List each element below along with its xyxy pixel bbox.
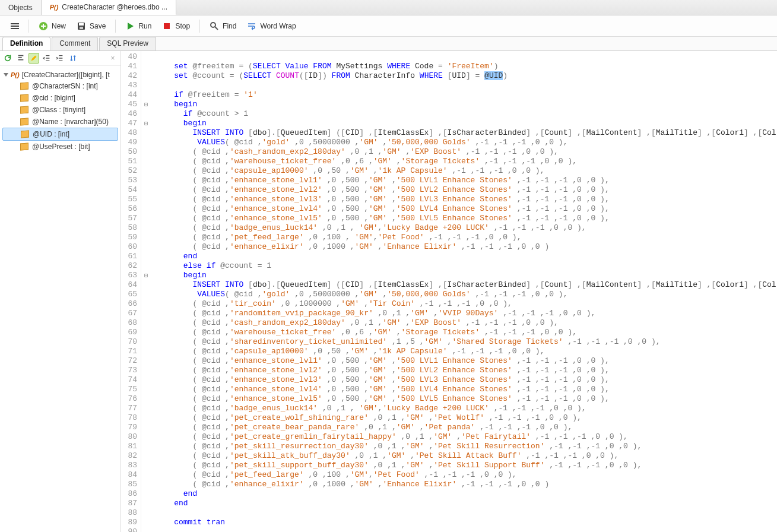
param-label: @CharacterSN : [int] xyxy=(32,82,98,90)
stop-icon xyxy=(162,21,172,31)
subtab-label: SQL Preview xyxy=(107,39,148,48)
align-icon xyxy=(17,54,25,62)
indent-in-button[interactable] xyxy=(55,53,65,64)
fold-column[interactable]: ⊟⊟⊟ xyxy=(141,51,151,532)
new-button[interactable]: New xyxy=(34,19,71,33)
sidebar-toolbar: × xyxy=(0,51,120,66)
param-icon xyxy=(20,94,28,102)
button-label: Run xyxy=(138,22,151,30)
separator xyxy=(28,20,29,33)
param-label: @cid : [bigint] xyxy=(32,94,75,102)
find-button[interactable]: Find xyxy=(205,19,241,33)
svg-rect-2 xyxy=(79,23,84,26)
save-icon xyxy=(77,21,86,31)
play-icon xyxy=(125,21,135,31)
subtab-label: Comment xyxy=(59,39,90,48)
param-icon xyxy=(20,118,28,126)
tree-root-label: [CreateCharacter]([bigint], [t xyxy=(22,71,110,79)
tree-root[interactable]: P() [CreateCharacter]([bigint], [t xyxy=(2,69,118,80)
sort-icon xyxy=(69,54,77,62)
outdent-icon xyxy=(43,54,51,62)
button-label: New xyxy=(52,22,66,30)
refresh-icon xyxy=(4,54,12,62)
wrap-icon xyxy=(247,21,256,31)
file-tabs: Objects P() CreateCharacter @heroes.dbo … xyxy=(0,0,777,15)
indent-out-button[interactable] xyxy=(42,53,52,64)
highlight-button[interactable] xyxy=(28,53,39,64)
separator xyxy=(115,20,116,33)
menu-button[interactable] xyxy=(6,20,24,33)
separator xyxy=(199,20,200,33)
function-icon: P() xyxy=(11,71,20,78)
function-icon: P() xyxy=(50,4,59,11)
param-icon xyxy=(21,131,29,138)
save-button[interactable]: Save xyxy=(72,19,110,33)
tree-param[interactable]: @UID : [int] xyxy=(2,128,118,141)
tab-objects[interactable]: Objects xyxy=(0,0,42,15)
tab-label: Objects xyxy=(8,4,33,12)
tree-param[interactable]: @Name : [nvarchar](50) xyxy=(2,116,118,128)
svg-point-6 xyxy=(211,23,215,27)
run-button[interactable]: Run xyxy=(120,19,156,33)
sort-button[interactable] xyxy=(68,53,78,64)
tree-param[interactable]: @UsePreset : [bit] xyxy=(2,141,118,153)
close-sidebar-button[interactable]: × xyxy=(107,54,118,62)
code-area[interactable]: set @freeitem = (SELECT Value FROM MySet… xyxy=(151,51,777,532)
tab-procedure[interactable]: P() CreateCharacter @heroes.dbo ... xyxy=(42,0,176,15)
main-area: × P() [CreateCharacter]([bigint], [t @Ch… xyxy=(0,51,777,532)
indent-icon xyxy=(56,54,64,62)
subtab-comment[interactable]: Comment xyxy=(52,37,98,50)
tree-param[interactable]: @Class : [tinyint] xyxy=(2,104,118,116)
subtab-preview[interactable]: SQL Preview xyxy=(99,37,156,50)
svg-rect-5 xyxy=(164,23,170,29)
stop-button[interactable]: Stop xyxy=(157,19,195,33)
main-toolbar: New Save Run Stop Find Word Wrap xyxy=(0,15,777,37)
svg-rect-3 xyxy=(80,27,83,29)
button-label: Save xyxy=(90,22,106,30)
pencil-icon xyxy=(30,55,37,62)
subtab-label: Definition xyxy=(10,39,43,48)
button-label: Stop xyxy=(175,22,190,30)
tab-label: CreateCharacter @heroes.dbo ... xyxy=(62,3,167,11)
param-label: @Class : [tinyint] xyxy=(32,106,85,114)
param-icon xyxy=(20,143,28,151)
param-icon xyxy=(20,106,28,114)
refresh-button[interactable] xyxy=(2,53,13,64)
tree-param[interactable]: @cid : [bigint] xyxy=(2,92,118,104)
button-label: Word Wrap xyxy=(260,22,296,30)
param-label: @UID : [int] xyxy=(33,130,69,138)
code-editor[interactable]: 4041424344454647484950515253545556575859… xyxy=(121,51,777,532)
burger-icon xyxy=(11,22,19,30)
params-sidebar: × P() [CreateCharacter]([bigint], [t @Ch… xyxy=(0,51,121,532)
sub-tabs: Definition Comment SQL Preview xyxy=(0,37,777,51)
plus-icon xyxy=(39,21,48,31)
param-label: @UsePreset : [bit] xyxy=(32,142,90,151)
svg-marker-4 xyxy=(128,23,134,30)
params-tree[interactable]: P() [CreateCharacter]([bigint], [t @Char… xyxy=(0,66,120,532)
expand-icon xyxy=(4,73,8,77)
subtab-definition[interactable]: Definition xyxy=(2,37,50,50)
line-gutter: 4041424344454647484950515253545556575859… xyxy=(121,51,141,532)
align-button[interactable] xyxy=(15,53,26,64)
param-label: @Name : [nvarchar](50) xyxy=(32,118,109,126)
wordwrap-button[interactable]: Word Wrap xyxy=(242,19,300,33)
tree-param[interactable]: @CharacterSN : [int] xyxy=(2,80,118,92)
param-icon xyxy=(20,83,28,90)
button-label: Find xyxy=(223,22,236,30)
svg-line-7 xyxy=(215,27,218,30)
search-icon xyxy=(210,21,219,31)
